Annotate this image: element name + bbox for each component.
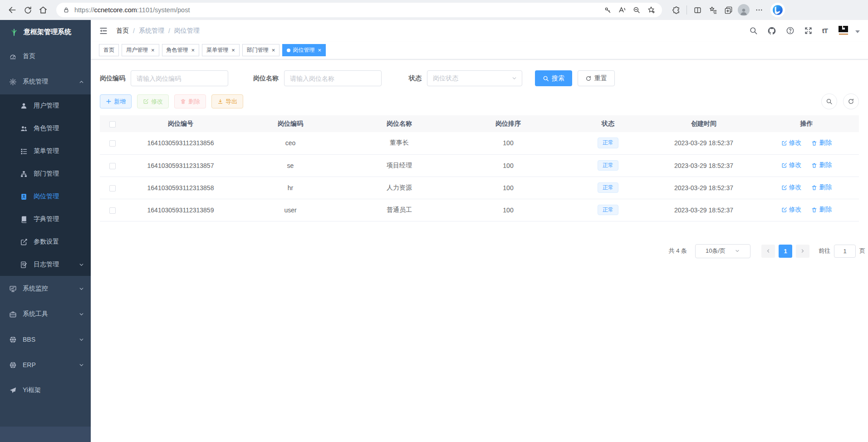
- sidebar-item-monitoring[interactable]: 系统监控: [0, 276, 91, 301]
- tab-menus[interactable]: 菜单管理×: [202, 44, 240, 56]
- search-icon: [826, 98, 833, 105]
- font-size-icon[interactable]: tT: [822, 27, 828, 34]
- sidebar-collapse-icon[interactable]: [99, 26, 108, 35]
- sidebar-item-dictionary[interactable]: 字典管理: [0, 208, 91, 231]
- org-tree-icon: [20, 170, 28, 178]
- delete-button[interactable]: 删除: [174, 94, 206, 108]
- search-button[interactable]: 搜索: [535, 70, 572, 86]
- refresh-table-button[interactable]: [843, 93, 859, 109]
- more-icon[interactable]: [751, 2, 767, 18]
- table-row[interactable]: 1641030593112313856 ceo 董事长 100 正常 2023-…: [100, 132, 859, 154]
- tags-view-bar: 首页 用户管理× 角色管理× 菜单管理× 部门管理× 岗位管理×: [91, 41, 868, 59]
- row-checkbox[interactable]: [109, 163, 116, 169]
- home-icon[interactable]: [35, 2, 51, 18]
- read-aloud-icon[interactable]: [615, 2, 629, 18]
- profile-icon[interactable]: [736, 2, 751, 18]
- sidebar-item-yi-framework[interactable]: Yi框架: [0, 378, 91, 403]
- page-1-button[interactable]: 1: [779, 245, 792, 258]
- export-button[interactable]: 导出: [211, 94, 243, 108]
- user-menu[interactable]: [837, 24, 860, 38]
- tab-groups-icon[interactable]: [721, 2, 736, 18]
- close-icon[interactable]: ×: [318, 47, 321, 53]
- row-edit-link[interactable]: 修改: [781, 161, 802, 169]
- cell-post-name: 董事长: [345, 132, 454, 154]
- url-text[interactable]: https://ccnetcore.com:1101/system/post: [74, 6, 190, 14]
- edit-button[interactable]: 修改: [137, 94, 169, 108]
- extensions-icon[interactable]: [668, 2, 684, 18]
- chevron-down-icon: [78, 262, 84, 268]
- show-search-button[interactable]: [821, 93, 837, 109]
- tab-departments[interactable]: 部门管理×: [242, 44, 280, 56]
- sidebar-item-roles[interactable]: 角色管理: [0, 117, 91, 140]
- row-delete-link[interactable]: 删除: [811, 183, 832, 192]
- row-checkbox[interactable]: [109, 140, 116, 147]
- tab-roles[interactable]: 角色管理×: [162, 44, 200, 56]
- tab-home[interactable]: 首页: [99, 44, 119, 56]
- row-edit-link[interactable]: 修改: [781, 139, 802, 147]
- copilot-icon[interactable]: [770, 3, 785, 17]
- add-button[interactable]: 新增: [100, 94, 132, 108]
- post-name-label: 岗位名称: [253, 74, 279, 83]
- sidebar-item-home[interactable]: 首页: [0, 44, 91, 69]
- reset-button[interactable]: 重置: [578, 70, 615, 86]
- post-code-input[interactable]: [131, 70, 228, 86]
- post-name-input[interactable]: [284, 70, 382, 86]
- collections-icon[interactable]: [705, 2, 721, 18]
- cell-post-id: 1641030593112313859: [125, 199, 236, 221]
- row-edit-link[interactable]: 修改: [781, 183, 802, 192]
- sidebar-item-tools[interactable]: 系统工具: [0, 301, 91, 327]
- sidebar-item-departments[interactable]: 部门管理: [0, 162, 91, 185]
- close-icon[interactable]: ×: [272, 47, 275, 53]
- next-page-button[interactable]: [796, 245, 809, 258]
- row-delete-link[interactable]: 删除: [811, 161, 832, 169]
- sidebar-item-logs[interactable]: 日志管理: [0, 253, 91, 276]
- tab-users[interactable]: 用户管理×: [122, 44, 159, 56]
- row-delete-link[interactable]: 删除: [811, 206, 832, 214]
- sidebar-item-users[interactable]: 用户管理: [0, 94, 91, 117]
- breadcrumb-system[interactable]: 系统管理: [139, 27, 164, 35]
- status-select[interactable]: 岗位状态: [427, 70, 522, 86]
- goto-page-input[interactable]: [834, 245, 856, 258]
- split-screen-icon[interactable]: [690, 2, 705, 18]
- close-icon[interactable]: ×: [191, 47, 195, 53]
- sidebar-item-system[interactable]: 系统管理: [0, 69, 91, 94]
- key-icon[interactable]: [600, 2, 615, 18]
- sidebar-item-erp[interactable]: ERP: [0, 352, 91, 378]
- sidebar-item-menus[interactable]: 菜单管理: [0, 140, 91, 162]
- app-logo[interactable]: 意框架管理系统: [0, 20, 91, 44]
- row-checkbox[interactable]: [109, 185, 116, 192]
- table-row[interactable]: 1641030593112313858 hr 人力资源 100 正常 2023-…: [100, 177, 859, 199]
- pagination-total: 共 4 条: [669, 247, 687, 255]
- table-row[interactable]: 1641030593112313857 se 项目经理 100 正常 2023-…: [100, 154, 859, 177]
- close-icon[interactable]: ×: [231, 47, 235, 53]
- row-checkbox[interactable]: [109, 207, 116, 214]
- help-icon[interactable]: [786, 26, 794, 35]
- fullscreen-icon[interactable]: [804, 26, 813, 35]
- page-size-select[interactable]: 10条/页: [695, 244, 750, 258]
- sidebar-item-parameters[interactable]: 参数设置: [0, 231, 91, 253]
- breadcrumb-home[interactable]: 首页: [116, 27, 129, 35]
- favorite-add-icon[interactable]: [644, 2, 658, 18]
- zoom-out-icon[interactable]: [629, 2, 644, 18]
- search-icon[interactable]: [749, 26, 758, 35]
- sidebar-item-label: BBS: [23, 336, 73, 343]
- lock-icon[interactable]: [63, 6, 70, 14]
- refresh-icon[interactable]: [20, 2, 35, 18]
- row-edit-link[interactable]: 修改: [781, 206, 802, 214]
- address-bar[interactable]: https://ccnetcore.com:1101/system/post: [56, 3, 662, 17]
- tab-posts[interactable]: 岗位管理×: [282, 44, 326, 56]
- github-icon[interactable]: [767, 26, 776, 35]
- sidebar-item-bbs[interactable]: BBS: [0, 327, 91, 352]
- post-badge-icon: [20, 193, 28, 201]
- select-all-checkbox[interactable]: [109, 121, 116, 128]
- back-icon[interactable]: [5, 2, 20, 18]
- table-row[interactable]: 1641030593112313859 user 普通员工 100 正常 202…: [100, 199, 859, 221]
- trash-icon: [811, 207, 817, 213]
- user-icon: [20, 102, 28, 110]
- sidebar-item-posts[interactable]: 岗位管理: [0, 185, 91, 208]
- close-icon[interactable]: ×: [151, 47, 155, 53]
- edit-icon: [781, 140, 787, 146]
- gear-icon: [9, 78, 17, 86]
- prev-page-button[interactable]: [761, 245, 775, 258]
- row-delete-link[interactable]: 删除: [811, 139, 832, 147]
